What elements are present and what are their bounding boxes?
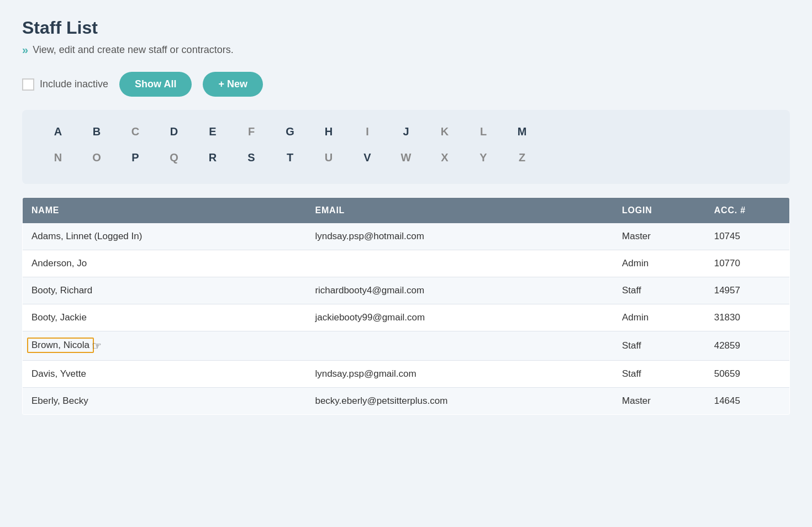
subtitle-text: View, edit and create new staff or contr… [33,44,234,56]
col-header-acc: ACC. # [705,198,790,224]
page-title: Staff List [22,18,790,38]
alpha-letter-y[interactable]: Y [464,147,503,168]
alpha-letter-g[interactable]: G [271,121,309,143]
alpha-letter-j[interactable]: J [387,121,425,143]
cell-email: richardbooty4@gmail.com [306,277,613,304]
show-all-button[interactable]: Show All [119,72,192,97]
alpha-letter-a[interactable]: A [39,121,77,143]
cell-name[interactable]: Brown, Nicola☞ [23,331,307,361]
arrows-icon: » [22,44,28,56]
alpha-letter-n[interactable]: N [39,147,77,168]
new-button[interactable]: + New [203,72,263,97]
table-header-row: NAME EMAIL LOGIN ACC. # [23,198,790,224]
cell-login: Staff [613,361,705,388]
include-inactive-text: Include inactive [40,78,108,90]
table-row[interactable]: Brown, Nicola☞Staff42859 [23,331,790,361]
staff-table-body: Adams, Linnet (Logged In)lyndsay.psp@hot… [23,223,790,415]
cell-acc: 14645 [705,388,790,415]
cell-email [306,250,613,277]
cell-acc: 14957 [705,277,790,304]
alpha-letter-s[interactable]: S [232,147,271,168]
cell-name[interactable]: Booty, Richard [23,277,307,304]
cell-acc: 42859 [705,331,790,361]
cell-login: Staff [613,277,705,304]
cell-login: Admin [613,304,705,331]
cell-login: Admin [613,250,705,277]
cell-login: Master [613,388,705,415]
cell-name[interactable]: Eberly, Becky [23,388,307,415]
alpha-letter-q[interactable]: Q [155,147,193,168]
col-header-email: EMAIL [306,198,613,224]
alphabet-row-2: NOPQRSTUVWXYZ [39,147,773,168]
cell-login: Master [613,223,705,250]
alpha-letter-r[interactable]: R [193,147,232,168]
col-header-login: LOGIN [613,198,705,224]
cell-email [306,331,613,361]
alpha-letter-u[interactable]: U [309,147,348,168]
cell-acc: 50659 [705,361,790,388]
cell-login: Staff [613,331,705,361]
alpha-letter-x[interactable]: X [425,147,464,168]
table-row[interactable]: Eberly, Beckybecky.eberly@petsitterplus.… [23,388,790,415]
alpha-letter-e[interactable]: E [193,121,232,143]
alpha-letter-c[interactable]: C [116,121,155,143]
staff-table: NAME EMAIL LOGIN ACC. # Adams, Linnet (L… [22,197,790,415]
table-row[interactable]: Booty, Jackiejackiebooty99@gmail.comAdmi… [23,304,790,331]
alpha-letter-b[interactable]: B [77,121,116,143]
alpha-letter-k[interactable]: K [425,121,464,143]
subtitle-row: » View, edit and create new staff or con… [22,44,790,56]
table-row[interactable]: Anderson, JoAdmin10770 [23,250,790,277]
table-row[interactable]: Adams, Linnet (Logged In)lyndsay.psp@hot… [23,223,790,250]
table-row[interactable]: Davis, Yvettelyndsay.psp@gmail.comStaff5… [23,361,790,388]
alpha-letter-m[interactable]: M [503,121,541,143]
alpha-letter-v[interactable]: V [348,147,387,168]
table-row[interactable]: Booty, Richardrichardbooty4@gmail.comSta… [23,277,790,304]
alpha-letter-p[interactable]: P [116,147,155,168]
alpha-letter-h[interactable]: H [309,121,348,143]
alpha-letter-o[interactable]: O [77,147,116,168]
alpha-letter-w[interactable]: W [387,147,425,168]
controls-row: Include inactive Show All + New [22,72,790,97]
cell-name[interactable]: Davis, Yvette [23,361,307,388]
alpha-letter-i[interactable]: I [348,121,387,143]
cell-acc: 10770 [705,250,790,277]
alpha-letter-z[interactable]: Z [503,147,541,168]
cell-acc: 31830 [705,304,790,331]
alpha-letter-t[interactable]: T [271,147,309,168]
alphabet-row-1: ABCDEFGHIJKLM [39,121,773,143]
cell-name[interactable]: Anderson, Jo [23,250,307,277]
cell-email: jackiebooty99@gmail.com [306,304,613,331]
cell-email: lyndsay.psp@gmail.com [306,361,613,388]
include-inactive-label[interactable]: Include inactive [22,78,108,91]
cell-name[interactable]: Adams, Linnet (Logged In) [23,223,307,250]
cell-email: lyndsay.psp@hotmail.com [306,223,613,250]
alpha-letter-l[interactable]: L [464,121,503,143]
include-inactive-checkbox[interactable] [22,78,34,91]
cell-email: becky.eberly@petsitterplus.com [306,388,613,415]
col-header-name: NAME [23,198,307,224]
alpha-letter-f[interactable]: F [232,121,271,143]
alphabet-filter: ABCDEFGHIJKLM NOPQRSTUVWXYZ [22,110,790,184]
cell-name[interactable]: Booty, Jackie [23,304,307,331]
cell-acc: 10745 [705,223,790,250]
alpha-letter-d[interactable]: D [155,121,193,143]
